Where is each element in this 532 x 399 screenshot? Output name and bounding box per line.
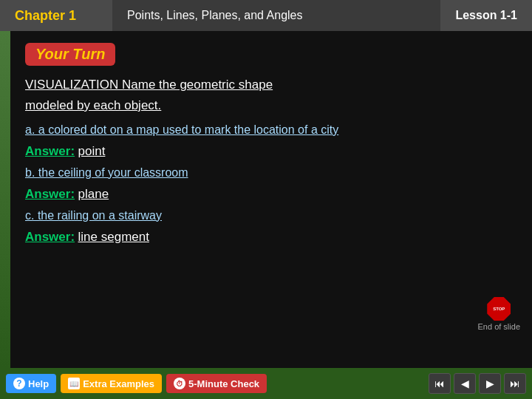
bottom-toolbar: ? Help 📖 Extra Examples ⏱ 5-Minute Check… [0,368,532,399]
nav-back-button[interactable]: ◀ [454,373,476,394]
viz-line2: modeled by each object. [25,98,161,112]
nav-forward-button[interactable]: ▶ [479,373,501,394]
end-of-slide-label: End of slide [478,322,520,331]
question-a: a. a colored dot on a map used to mark t… [25,123,517,137]
nav-back-icon: ◀ [461,378,469,389]
nav-last-icon: ⏭ [510,378,520,389]
answer-c-label: Answer: [25,230,75,244]
chapter-text: Chapter [15,8,65,24]
answer-a-row: Answer: point [25,144,517,159]
check-label: 5-Minute Check [188,378,259,389]
your-turn-banner: Your Turn [25,43,115,66]
question-b-text: b. the ceiling of your classroom [25,166,188,179]
left-bar [0,31,10,368]
your-turn-label: Your Turn [35,46,105,62]
visualization-title-line2: modeled by each object. [25,97,517,115]
main-content: Your Turn VISUALIZATION Name the geometr… [10,31,532,368]
extra-examples-button[interactable]: 📖 Extra Examples [61,374,162,393]
extra-label: Extra Examples [83,378,154,389]
question-c-text: c. the railing on a stairway [25,209,162,222]
help-label: Help [28,378,49,389]
visualization-title-line1: VISUALIZATION Name the geometric shape [25,76,517,94]
five-minute-check-button[interactable]: ⏱ 5-Minute Check [166,374,267,393]
answer-a-label: Answer: [25,144,75,158]
question-b: b. the ceiling of your classroom [25,166,517,180]
header: Chapter 1 Points, Lines, Planes, and Ang… [0,0,532,31]
chapter-label: Chapter 1 [0,0,112,31]
nav-first-icon: ⏮ [434,378,445,389]
title-text: Points, Lines, Planes, and Angles [127,9,303,22]
answer-b-label: Answer: [25,187,75,201]
question-c: c. the railing on a stairway [25,209,517,222]
viz-line1: VISUALIZATION Name the geometric shape [25,78,273,92]
help-icon: ? [13,378,25,389]
header-title: Points, Lines, Planes, and Angles [112,0,440,31]
nav-last-button[interactable]: ⏭ [504,373,526,394]
lesson-text: Lesson 1-1 [455,9,517,22]
stop-sign-text: STOP [493,307,505,311]
answer-a-value: point [78,144,106,158]
answer-c-value: line segment [78,230,149,244]
chapter-number: 1 [69,8,76,24]
help-button[interactable]: ? Help [6,374,56,393]
header-lesson: Lesson 1-1 [440,0,532,31]
clock-icon: ⏱ [174,378,185,389]
question-a-text: a. a colored dot on a map used to mark t… [25,123,338,136]
stop-sign-icon: STOP [487,297,511,321]
book-icon: 📖 [68,378,80,389]
nav-button-group: ⏮ ◀ ▶ ⏭ [429,373,526,394]
stop-sign-area: STOP End of slide [478,297,520,331]
nav-first-button[interactable]: ⏮ [429,373,451,394]
answer-b-value: plane [78,187,109,201]
answer-c-row: Answer: line segment [25,230,517,245]
nav-forward-icon: ▶ [486,378,494,389]
answer-b-row: Answer: plane [25,187,517,202]
